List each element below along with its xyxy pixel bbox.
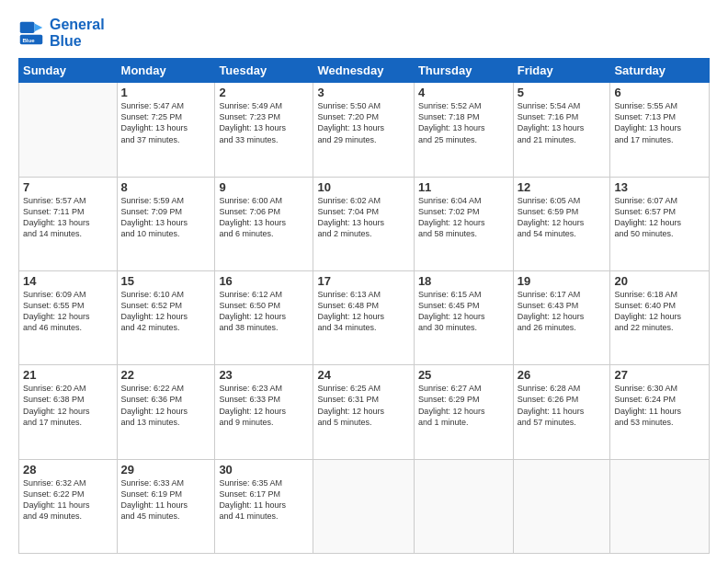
day-number: 28 — [23, 463, 113, 477]
weekday-thursday: Thursday — [414, 59, 513, 83]
day-number: 25 — [418, 368, 509, 382]
cell-text: Sunrise: 6:00 AM Sunset: 7:06 PM Dayligh… — [219, 195, 309, 240]
weekday-monday: Monday — [117, 59, 215, 83]
calendar-cell: 17Sunrise: 6:13 AM Sunset: 6:48 PM Dayli… — [313, 270, 414, 364]
weekday-sunday: Sunday — [19, 59, 118, 83]
cell-text: Sunrise: 6:13 AM Sunset: 6:48 PM Dayligh… — [317, 289, 409, 334]
cell-text: Sunrise: 6:02 AM Sunset: 7:04 PM Dayligh… — [317, 195, 409, 240]
cell-text: Sunrise: 6:12 AM Sunset: 6:50 PM Dayligh… — [219, 289, 309, 334]
day-number: 22 — [121, 368, 211, 382]
day-number: 26 — [518, 368, 607, 382]
cell-text: Sunrise: 6:07 AM Sunset: 6:57 PM Dayligh… — [614, 195, 705, 240]
calendar-cell: 28Sunrise: 6:32 AM Sunset: 6:22 PM Dayli… — [19, 459, 118, 553]
cell-text: Sunrise: 6:09 AM Sunset: 6:55 PM Dayligh… — [23, 289, 113, 334]
weekday-tuesday: Tuesday — [215, 59, 313, 83]
day-number: 5 — [518, 86, 607, 99]
calendar-cell: 13Sunrise: 6:07 AM Sunset: 6:57 PM Dayli… — [610, 177, 710, 270]
calendar-cell: 8Sunrise: 5:59 AM Sunset: 7:09 PM Daylig… — [117, 177, 215, 270]
logo-blue: Blue — [50, 33, 105, 50]
cell-text: Sunrise: 6:10 AM Sunset: 6:52 PM Dayligh… — [121, 289, 211, 334]
cell-text: Sunrise: 6:27 AM Sunset: 6:29 PM Dayligh… — [418, 383, 509, 428]
logo-general: General — [50, 17, 105, 32]
cell-text: Sunrise: 6:30 AM Sunset: 6:24 PM Dayligh… — [614, 383, 705, 428]
day-number: 2 — [219, 86, 309, 99]
calendar-cell: 27Sunrise: 6:30 AM Sunset: 6:24 PM Dayli… — [610, 365, 710, 459]
calendar-cell: 5Sunrise: 5:54 AM Sunset: 7:16 PM Daylig… — [513, 83, 610, 177]
cell-text: Sunrise: 6:18 AM Sunset: 6:40 PM Dayligh… — [614, 289, 705, 334]
day-number: 27 — [614, 368, 705, 382]
calendar-cell: 9Sunrise: 6:00 AM Sunset: 7:06 PM Daylig… — [215, 177, 313, 270]
calendar-cell: 4Sunrise: 5:52 AM Sunset: 7:18 PM Daylig… — [414, 83, 513, 177]
cell-text: Sunrise: 6:22 AM Sunset: 6:36 PM Dayligh… — [121, 383, 211, 428]
header: Blue General Blue — [18, 17, 710, 49]
cell-text: Sunrise: 6:15 AM Sunset: 6:45 PM Dayligh… — [418, 289, 509, 334]
day-number: 12 — [518, 180, 607, 194]
calendar-cell: 25Sunrise: 6:27 AM Sunset: 6:29 PM Dayli… — [414, 365, 513, 459]
week-row: 21Sunrise: 6:20 AM Sunset: 6:38 PM Dayli… — [19, 365, 710, 459]
weekday-saturday: Saturday — [610, 59, 710, 83]
cell-text: Sunrise: 5:55 AM Sunset: 7:13 PM Dayligh… — [614, 100, 705, 145]
cell-text: Sunrise: 6:33 AM Sunset: 6:19 PM Dayligh… — [121, 477, 211, 523]
calendar-cell: 29Sunrise: 6:33 AM Sunset: 6:19 PM Dayli… — [117, 459, 215, 553]
calendar-cell — [610, 459, 710, 553]
calendar-cell: 30Sunrise: 6:35 AM Sunset: 6:17 PM Dayli… — [215, 459, 313, 553]
day-number: 18 — [418, 274, 509, 288]
day-number: 13 — [614, 180, 705, 194]
day-number: 7 — [23, 180, 113, 194]
cell-text: Sunrise: 6:17 AM Sunset: 6:43 PM Dayligh… — [518, 289, 607, 334]
calendar-cell: 16Sunrise: 6:12 AM Sunset: 6:50 PM Dayli… — [215, 270, 313, 364]
day-number: 29 — [121, 463, 211, 477]
day-number: 6 — [614, 86, 705, 99]
logo-icon: Blue — [18, 20, 44, 46]
calendar-cell — [414, 459, 513, 553]
week-row: 7Sunrise: 5:57 AM Sunset: 7:11 PM Daylig… — [19, 177, 710, 270]
cell-text: Sunrise: 5:54 AM Sunset: 7:16 PM Dayligh… — [518, 100, 607, 145]
calendar-cell: 10Sunrise: 6:02 AM Sunset: 7:04 PM Dayli… — [313, 177, 414, 270]
day-number: 9 — [219, 180, 309, 194]
cell-text: Sunrise: 6:20 AM Sunset: 6:38 PM Dayligh… — [23, 383, 113, 428]
calendar-cell — [513, 459, 610, 553]
cell-text: Sunrise: 5:57 AM Sunset: 7:11 PM Dayligh… — [23, 195, 113, 240]
calendar-table: SundayMondayTuesdayWednesdayThursdayFrid… — [18, 58, 710, 554]
calendar-cell: 26Sunrise: 6:28 AM Sunset: 6:26 PM Dayli… — [513, 365, 610, 459]
calendar-cell: 19Sunrise: 6:17 AM Sunset: 6:43 PM Dayli… — [513, 270, 610, 364]
cell-text: Sunrise: 5:59 AM Sunset: 7:09 PM Dayligh… — [121, 195, 211, 240]
day-number: 21 — [23, 368, 113, 382]
day-number: 4 — [418, 86, 509, 99]
cell-text: Sunrise: 6:28 AM Sunset: 6:26 PM Dayligh… — [518, 383, 607, 428]
cell-text: Sunrise: 6:32 AM Sunset: 6:22 PM Dayligh… — [23, 477, 113, 523]
weekday-header-row: SundayMondayTuesdayWednesdayThursdayFrid… — [19, 59, 710, 83]
calendar-cell: 18Sunrise: 6:15 AM Sunset: 6:45 PM Dayli… — [414, 270, 513, 364]
cell-text: Sunrise: 6:35 AM Sunset: 6:17 PM Dayligh… — [219, 477, 309, 523]
day-number: 19 — [518, 274, 607, 288]
day-number: 20 — [614, 274, 705, 288]
calendar-cell: 2Sunrise: 5:49 AM Sunset: 7:23 PM Daylig… — [215, 83, 313, 177]
day-number: 14 — [23, 274, 113, 288]
calendar-cell: 7Sunrise: 5:57 AM Sunset: 7:11 PM Daylig… — [19, 177, 118, 270]
calendar-body: 1Sunrise: 5:47 AM Sunset: 7:25 PM Daylig… — [19, 83, 710, 554]
calendar-cell: 6Sunrise: 5:55 AM Sunset: 7:13 PM Daylig… — [610, 83, 710, 177]
calendar-header: SundayMondayTuesdayWednesdayThursdayFrid… — [19, 59, 710, 83]
calendar-cell: 22Sunrise: 6:22 AM Sunset: 6:36 PM Dayli… — [117, 365, 215, 459]
svg-marker-1 — [35, 23, 43, 31]
calendar-cell: 3Sunrise: 5:50 AM Sunset: 7:20 PM Daylig… — [313, 83, 414, 177]
calendar-cell: 21Sunrise: 6:20 AM Sunset: 6:38 PM Dayli… — [19, 365, 118, 459]
cell-text: Sunrise: 5:52 AM Sunset: 7:18 PM Dayligh… — [418, 100, 509, 145]
day-number: 23 — [219, 368, 309, 382]
day-number: 10 — [317, 180, 409, 194]
calendar-cell: 15Sunrise: 6:10 AM Sunset: 6:52 PM Dayli… — [117, 270, 215, 364]
cell-text: Sunrise: 6:25 AM Sunset: 6:31 PM Dayligh… — [317, 383, 409, 428]
logo: Blue General Blue — [18, 17, 105, 49]
day-number: 30 — [219, 463, 309, 477]
cell-text: Sunrise: 5:49 AM Sunset: 7:23 PM Dayligh… — [219, 100, 309, 145]
calendar-cell — [19, 83, 118, 177]
calendar-cell: 20Sunrise: 6:18 AM Sunset: 6:40 PM Dayli… — [610, 270, 710, 364]
day-number: 16 — [219, 274, 309, 288]
weekday-wednesday: Wednesday — [313, 59, 414, 83]
calendar-cell: 23Sunrise: 6:23 AM Sunset: 6:33 PM Dayli… — [215, 365, 313, 459]
day-number: 24 — [317, 368, 409, 382]
cell-text: Sunrise: 5:47 AM Sunset: 7:25 PM Dayligh… — [121, 100, 211, 145]
day-number: 1 — [121, 86, 211, 99]
day-number: 3 — [317, 86, 409, 99]
cell-text: Sunrise: 6:04 AM Sunset: 7:02 PM Dayligh… — [418, 195, 509, 240]
